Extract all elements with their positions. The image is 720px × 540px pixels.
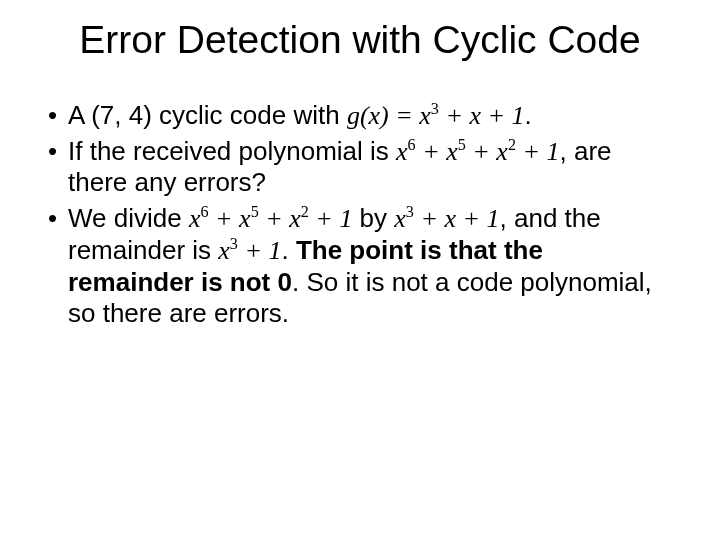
- math: + 1: [516, 137, 560, 166]
- math: x: [446, 137, 458, 166]
- bullet-item: • A (7, 4) cyclic code with g(x) = x3 + …: [46, 100, 674, 132]
- bullet-dot: •: [46, 203, 68, 235]
- superscript: 5: [251, 204, 259, 221]
- math: +: [466, 137, 497, 166]
- math: x: [289, 204, 301, 233]
- math: +: [416, 137, 447, 166]
- math: x: [189, 204, 201, 233]
- superscript: 3: [431, 100, 439, 117]
- math: x: [394, 204, 406, 233]
- math: +: [209, 204, 240, 233]
- math: g(x) = x: [347, 101, 431, 130]
- bullet-item: • We divide x6 + x5 + x2 + 1 by x3 + x +…: [46, 203, 674, 330]
- text: A (7, 4) cyclic code with: [68, 100, 347, 130]
- math: x: [218, 236, 230, 265]
- math: x: [396, 137, 408, 166]
- text: .: [281, 235, 295, 265]
- math: x: [496, 137, 508, 166]
- math: + x + 1: [414, 204, 500, 233]
- math: + 1: [238, 236, 282, 265]
- slide: Error Detection with Cyclic Code • A (7,…: [0, 0, 720, 540]
- bullet-dot: •: [46, 100, 68, 132]
- superscript: 3: [230, 235, 238, 252]
- superscript: 6: [200, 204, 208, 221]
- bullet-dot: •: [46, 136, 68, 168]
- text: by: [352, 203, 394, 233]
- superscript: 6: [408, 136, 416, 153]
- superscript: 3: [406, 204, 414, 221]
- text: If the received polynomial is: [68, 136, 396, 166]
- bullet-text-1: A (7, 4) cyclic code with g(x) = x3 + x …: [68, 100, 674, 132]
- text: .: [525, 100, 532, 130]
- math: x: [239, 204, 251, 233]
- text: We divide: [68, 203, 189, 233]
- superscript: 5: [458, 136, 466, 153]
- bullet-text-3: We divide x6 + x5 + x2 + 1 by x3 + x + 1…: [68, 203, 674, 330]
- math: +: [259, 204, 290, 233]
- superscript: 2: [301, 204, 309, 221]
- math: + 1: [309, 204, 353, 233]
- bullet-text-2: If the received polynomial is x6 + x5 + …: [68, 136, 674, 199]
- bullet-item: • If the received polynomial is x6 + x5 …: [46, 136, 674, 199]
- slide-title: Error Detection with Cyclic Code: [46, 18, 674, 62]
- superscript: 2: [508, 136, 516, 153]
- math: + x + 1: [439, 101, 525, 130]
- slide-body: • A (7, 4) cyclic code with g(x) = x3 + …: [46, 100, 674, 330]
